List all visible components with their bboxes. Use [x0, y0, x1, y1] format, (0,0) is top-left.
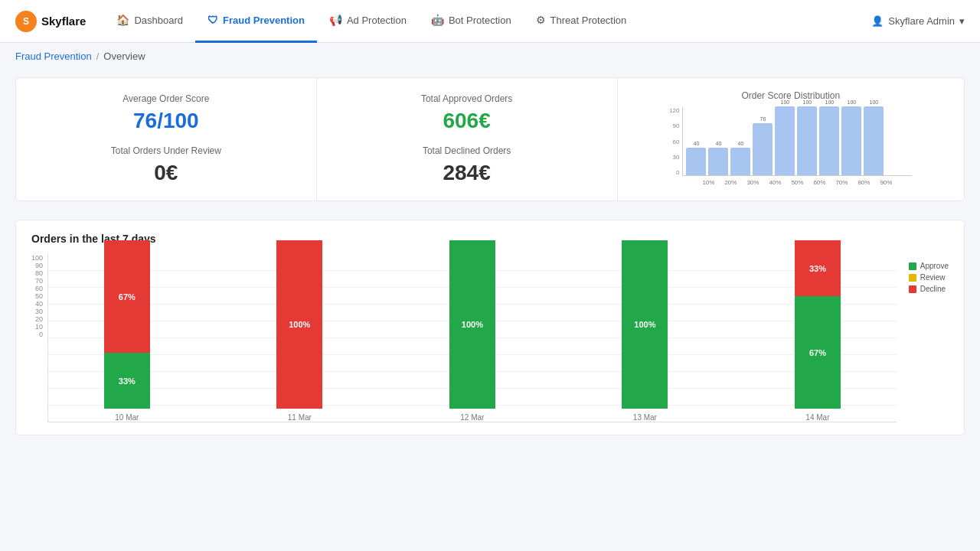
y-label-120: 120 — [669, 107, 679, 114]
total-declined-label: Total Declined Orders — [335, 145, 599, 156]
bar-chart-bars: 67%33%10 Mar100%11 Mar100%12 Mar100%13 M… — [47, 254, 897, 422]
order-score-distribution: Order Score Distribution 120 90 60 30 0 … — [618, 78, 965, 201]
bar-segment-1-0: 100% — [276, 240, 322, 409]
legend-item-green: Approve — [909, 262, 949, 270]
bar-x-label-1: 11 Mar — [288, 413, 312, 422]
stacked-bar-1: 100% — [276, 240, 322, 409]
bar-segment-4-1: 67% — [795, 296, 841, 409]
nav-item-dashboard[interactable]: 🏠 Dashboard — [104, 0, 195, 43]
dist-bar-5 — [797, 106, 817, 175]
nav-item-threat-protection[interactable]: ⚙ Threat Protection — [524, 0, 639, 43]
total-approved-value: 606€ — [335, 109, 599, 133]
nav-item-label: Ad Protection — [347, 15, 407, 26]
bar-y-label-2: 80 — [31, 269, 43, 277]
nav-item-label: Bot Protection — [449, 15, 511, 26]
dist-x-label-1: 20% — [720, 179, 740, 186]
stat-avg-order: Average Order Score 76/100 Total Orders … — [16, 78, 317, 201]
bar-y-label-3: 70 — [31, 277, 43, 285]
dist-bar-7 — [841, 106, 861, 175]
bar-chart-y-axis: 1009080706050403020100 — [31, 254, 47, 354]
dist-x-label-7: 80% — [854, 179, 874, 186]
gear-icon: ⚙ — [536, 14, 546, 26]
avg-order-label: Average Order Score — [34, 93, 298, 104]
stacked-bar-2: 100% — [449, 240, 495, 409]
shield-icon: 🛡 — [207, 14, 218, 26]
dist-x-label-0: 10% — [698, 179, 718, 186]
nav-item-label: Threat Protection — [550, 15, 627, 26]
bar-group-1: 100%11 Mar — [276, 240, 322, 422]
dist-x-label-3: 40% — [765, 179, 785, 186]
user-avatar-icon: 👤 — [871, 15, 884, 27]
dist-bar-3 — [753, 123, 773, 175]
bar-x-label-3: 13 Mar — [633, 413, 657, 422]
bar-x-label-4: 14 Mar — [805, 413, 829, 422]
bar-group-4: 33%67%14 Mar — [795, 240, 841, 422]
dist-x-labels: 10%20%30%40%50%60%70%80%90% — [682, 179, 912, 186]
legend-label-green: Approve — [920, 262, 949, 270]
dist-bar-1 — [708, 148, 728, 175]
legend-dot-red — [909, 285, 916, 293]
dist-x-label-2: 30% — [743, 179, 763, 186]
dist-bar-0 — [686, 148, 706, 175]
legend-item-yellow: Review — [909, 273, 949, 282]
bar-group-0: 67%33%10 Mar — [104, 240, 150, 422]
bar-y-label-10: 0 — [31, 331, 43, 338]
legend-dot-yellow — [909, 274, 916, 282]
nav-item-ad-protection[interactable]: 📢 Ad Protection — [317, 0, 419, 43]
breadcrumb-current: Overview — [103, 51, 145, 62]
bar-y-label-8: 20 — [31, 315, 43, 323]
y-label-30: 30 — [669, 154, 679, 161]
bar-segment-2-1: 100% — [449, 240, 495, 409]
stats-row: Average Order Score 76/100 Total Orders … — [15, 77, 965, 201]
bar-segment-4-0: 33% — [795, 240, 841, 296]
bar-y-label-6: 40 — [31, 300, 43, 308]
bar-group-3: 100%13 Mar — [622, 240, 668, 422]
logo-text: Skyflare — [41, 15, 86, 28]
bar-x-label-2: 12 Mar — [460, 413, 484, 422]
legend-label-yellow: Review — [920, 273, 946, 282]
nav-item-label: Fraud Prevention — [223, 15, 305, 26]
user-menu[interactable]: 👤 Skyflare Admin ▾ — [871, 15, 965, 27]
bar-y-label-4: 60 — [31, 285, 43, 292]
bar-y-label-7: 30 — [31, 308, 43, 315]
nav-item-fraud-prevention[interactable]: 🛡 Fraud Prevention — [195, 0, 317, 43]
avg-order-value: 76/100 — [34, 109, 298, 133]
ad-icon: 📢 — [329, 14, 342, 26]
navbar: S Skyflare 🏠 Dashboard 🛡 Fraud Preventio… — [0, 0, 980, 43]
bar-segment-0-0: 67% — [104, 240, 150, 353]
bar-y-label-5: 50 — [31, 292, 43, 300]
nav-item-bot-protection[interactable]: 🤖 Bot Protection — [419, 0, 524, 43]
dist-bar-2 — [730, 148, 750, 175]
bar-y-label-9: 10 — [31, 323, 43, 331]
legend-dot-green — [909, 262, 916, 270]
logo-icon: S — [15, 11, 37, 32]
total-approved-label: Total Approved Orders — [335, 93, 599, 104]
y-label-0: 0 — [669, 169, 679, 176]
stat-approved-declined: Total Approved Orders 606€ Total Decline… — [317, 78, 618, 201]
total-review-label: Total Orders Under Review — [34, 145, 298, 156]
y-label-90: 90 — [669, 122, 679, 129]
total-declined-value: 284€ — [335, 161, 599, 185]
logo[interactable]: S Skyflare — [15, 11, 86, 32]
dist-x-label-5: 60% — [809, 179, 829, 186]
dist-bar-6 — [819, 106, 839, 175]
dist-bar-8 — [864, 106, 884, 175]
dist-bar-4 — [775, 106, 795, 175]
nav-item-label: Dashboard — [134, 15, 183, 26]
stacked-bar-3: 100% — [622, 240, 668, 409]
stacked-bar-0: 67%33% — [104, 240, 150, 409]
bar-segment-3-1: 100% — [622, 240, 668, 409]
breadcrumb-separator: / — [96, 51, 100, 62]
breadcrumb: Fraud Prevention / Overview — [0, 43, 980, 70]
chart-legend: ApproveReviewDecline — [909, 254, 949, 293]
dist-x-label-6: 70% — [831, 179, 851, 186]
bar-x-label-0: 10 Mar — [115, 413, 139, 422]
dist-x-label-4: 50% — [787, 179, 807, 186]
breadcrumb-parent[interactable]: Fraud Prevention — [15, 51, 92, 62]
bar-chart-container: Orders in the last 7 days 10090807060504… — [15, 220, 965, 435]
stacked-bar-4: 33%67% — [795, 240, 841, 409]
home-icon: 🏠 — [116, 14, 129, 26]
dist-x-label-8: 90% — [876, 179, 896, 186]
y-label-60: 60 — [669, 139, 679, 145]
nav-items: 🏠 Dashboard 🛡 Fraud Prevention 📢 Ad Prot… — [104, 0, 871, 43]
